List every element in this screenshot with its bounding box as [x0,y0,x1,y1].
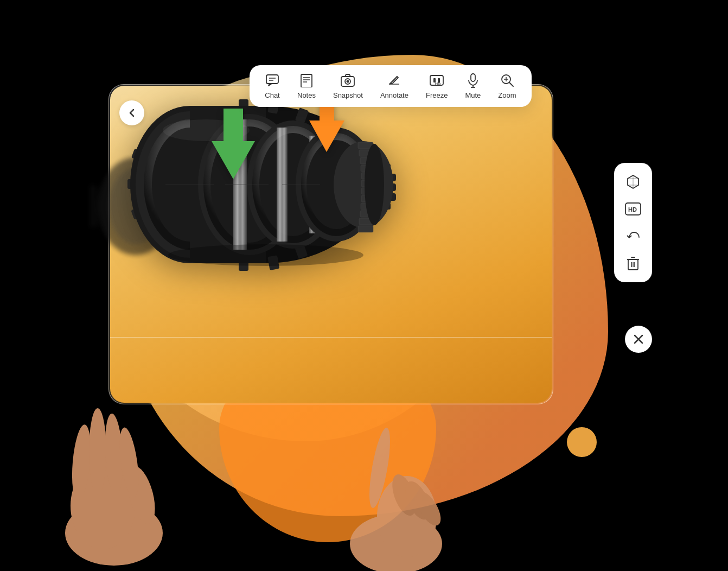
hd-icon: HD [625,202,641,215]
annotate-icon [387,73,402,88]
toolbar-item-freeze[interactable]: HD Freeze [426,73,448,99]
mute-label: Mute [465,91,481,99]
svg-point-98 [71,462,136,549]
svg-point-107 [387,471,420,518]
snapshot-icon [340,73,355,88]
delete-button[interactable] [621,251,646,276]
svg-point-102 [103,413,125,495]
snapshot-label: Snapshot [333,91,363,99]
side-panel: HD [614,163,652,282]
svg-point-103 [116,427,142,499]
freeze-icon: HD [429,73,444,88]
green-arrow [212,109,255,179]
freeze-label: Freeze [426,91,448,99]
chat-label: Chat [265,91,279,99]
svg-rect-52 [358,226,373,232]
back-button[interactable] [119,100,144,125]
undo-button[interactable] [621,224,646,249]
svg-rect-77 [471,74,475,81]
zoom-icon [500,73,515,88]
svg-point-104 [350,514,442,571]
svg-point-106 [365,427,394,510]
svg-point-70 [347,80,349,83]
svg-marker-59 [212,109,255,179]
gear-image [125,98,407,271]
notes-label: Notes [297,91,316,99]
delete-icon [627,256,640,271]
3d-icon [625,174,641,189]
mute-icon [465,73,481,88]
svg-point-101 [89,408,106,495]
svg-rect-64 [301,74,312,87]
notes-icon [299,73,314,88]
annotate-label: Annotate [380,91,408,99]
undo-icon [626,229,640,243]
svg-point-100 [69,424,93,501]
svg-line-81 [509,83,513,86]
svg-point-53 [365,144,384,225]
svg-rect-2 [90,185,98,228]
svg-text:HD: HD [628,206,637,213]
toolbar-item-snapshot[interactable]: Snapshot [333,73,363,99]
tablet-divider [110,337,552,338]
svg-point-109 [412,488,446,530]
close-button[interactable] [625,326,652,353]
svg-point-99 [122,463,161,527]
svg-line-71 [396,77,397,78]
svg-rect-61 [266,75,278,84]
toolbar-item-chat[interactable]: Chat [265,73,280,99]
toolbar: Chat Notes Snapshot [250,65,532,107]
svg-point-108 [400,478,436,523]
toolbar-item-mute[interactable]: Mute [465,73,481,99]
chat-icon [265,73,280,88]
svg-point-97 [65,500,163,566]
svg-point-58 [168,244,363,266]
toolbar-item-annotate[interactable]: Annotate [380,73,408,99]
svg-text:HD: HD [435,82,440,86]
svg-point-105 [377,476,437,557]
hd-button[interactable]: HD [621,196,646,221]
chevron-left-icon [126,107,137,118]
toolbar-item-notes[interactable]: Notes [297,73,316,99]
blob-small [567,427,597,457]
close-icon [634,334,643,344]
toolbar-item-zoom[interactable]: Zoom [498,73,516,99]
3d-button[interactable] [621,169,646,194]
zoom-label: Zoom [498,91,516,99]
